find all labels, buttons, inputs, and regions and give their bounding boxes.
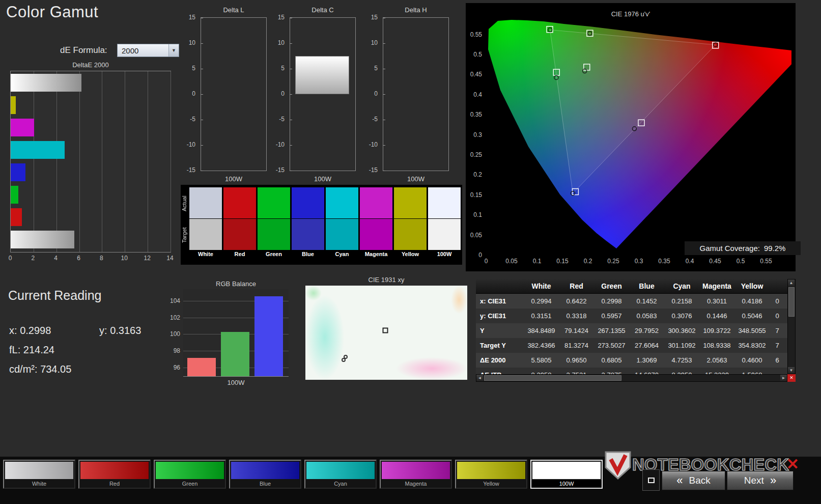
y-tick-label: 0.15 [470, 191, 482, 199]
patch-label: White [4, 480, 74, 488]
scroll-down-icon[interactable]: ▼ [788, 367, 795, 374]
next-button[interactable]: Next » [727, 471, 794, 490]
deltae-chart-title: DeltaE 2000 [10, 61, 171, 69]
target-swatch-green [258, 219, 290, 250]
target-swatch-magenta [360, 219, 392, 250]
y-tick-label: 0.2 [473, 171, 482, 178]
next-label: Next [744, 475, 764, 486]
column-header-white: White [524, 279, 559, 293]
column-header-blue: Blue [629, 279, 664, 293]
patch-button-100w[interactable]: 100W [530, 460, 603, 489]
y-tick-label: 98 [174, 347, 180, 354]
swatch-label: Yellow [394, 251, 427, 257]
patch-button-green[interactable]: Green [154, 460, 226, 489]
swatch-label: Cyan [326, 251, 358, 257]
actual-swatch-red [223, 187, 256, 218]
patch-button-blue[interactable]: Blue [229, 460, 301, 489]
rgb-x-label: 100W [183, 379, 289, 386]
rgb-bar-blue [254, 296, 283, 376]
deltae-bar-blue [11, 163, 25, 181]
y-tick-label: -10 [187, 141, 195, 148]
back-chevrons-icon: « [676, 474, 683, 487]
y-tick-label: -15 [187, 166, 195, 174]
patch-button-red[interactable]: Red [78, 460, 151, 489]
cell: 6 [770, 353, 785, 368]
de-formula-value: 2000 [118, 46, 168, 55]
deltae-bar-cyan [11, 141, 65, 159]
patch-button-white[interactable]: White [3, 460, 75, 489]
cell: 0.3076 [664, 309, 699, 323]
table-vertical-scrollbar[interactable]: ▲ ▼ [787, 279, 796, 374]
cell: 29.7952 [629, 323, 664, 338]
patch-button-magenta[interactable]: Magenta [380, 460, 452, 489]
column-header-green: Green [594, 279, 629, 293]
stop-button[interactable] [642, 469, 660, 491]
deltae-bar-yellow [11, 96, 16, 114]
patch-color [382, 462, 450, 479]
x-tick-label: 0.2 [580, 258, 596, 265]
x-tick-label: 0 [478, 258, 494, 265]
x-tick-label: 0.55 [758, 258, 774, 265]
actual-swatch-100w [428, 187, 461, 218]
actual-swatch-blue [292, 187, 324, 218]
tick-mark [201, 94, 203, 95]
delta-h-x-label: 100W [383, 175, 449, 183]
cell: 384.8489 [524, 323, 559, 338]
cell: 0.4186 [734, 294, 770, 309]
patch-color [532, 462, 601, 479]
tick-mark [383, 43, 385, 44]
patch-label: 100W [531, 480, 602, 488]
reading-cd-value: 734.05 [40, 363, 71, 375]
column-header-magenta: Magenta [699, 279, 734, 293]
square-icon [648, 478, 655, 483]
swatch-column-white: White [189, 187, 222, 257]
y-tick-label: -15 [276, 166, 285, 174]
back-button[interactable]: « Back [662, 471, 725, 490]
deltae-bar-100w [11, 74, 81, 92]
scroll-up-icon[interactable]: ▲ [788, 279, 795, 286]
tick-mark [383, 120, 385, 120]
x-tick-label: 14 [164, 255, 176, 262]
y-tick-label: 10 [278, 39, 285, 46]
gamut-coverage-label: Gamut Coverage: [700, 244, 760, 253]
tick-mark [201, 18, 203, 18]
deltae-bar-green [11, 186, 18, 204]
table-horizontal-scrollbar[interactable]: ◄ ► [476, 374, 787, 382]
cell: 0.9650 [559, 353, 594, 368]
cell: 0.3318 [559, 309, 594, 323]
horizontal-scroll-thumb[interactable] [484, 375, 621, 381]
scroll-right-icon[interactable]: ► [780, 375, 787, 381]
cell: 0.6422 [559, 294, 594, 309]
row-label: y: CIE31 [476, 309, 524, 323]
rgb-plot [183, 289, 289, 377]
rgb-y-axis: 9698100102104 [168, 289, 182, 377]
cie1976-title: CIE 1976 u'v' [466, 10, 796, 18]
rgb-bar-red [187, 358, 216, 376]
swatch-label: 100W [428, 251, 461, 257]
vertical-scroll-thumb[interactable] [788, 287, 795, 317]
delta-h-y-axis: 151050-5-10-15 [365, 17, 381, 171]
delta-c-plot [290, 17, 356, 171]
y-tick-label: 10 [189, 39, 195, 46]
y-tick-label: 0 [374, 90, 378, 97]
cie1931-plot [305, 286, 467, 380]
table-corner-close-icon[interactable]: ✕ [787, 374, 796, 382]
column-header-blank [770, 279, 785, 293]
gridline [56, 71, 57, 252]
tick-mark [383, 69, 385, 69]
cie1931-chart: CIE 1931 xy [304, 275, 468, 381]
patch-button-cyan[interactable]: Cyan [304, 460, 377, 489]
swatch-label: Magenta [360, 251, 392, 257]
y-tick-label: -5 [190, 116, 195, 123]
tick-mark [290, 43, 292, 44]
deltae-x-axis: 02468101214 [10, 255, 171, 262]
cell: 108.9338 [699, 338, 734, 353]
reading-cd-label: cd/m²: [9, 363, 38, 375]
y-tick-label: 0.55 [470, 31, 482, 38]
de-formula-select[interactable]: 2000 ▼ [117, 44, 179, 57]
cie1976-y-axis: 00.050.10.150.20.250.30.350.40.450.50.55 [468, 18, 484, 255]
patch-button-yellow[interactable]: Yellow [455, 460, 527, 489]
target-row-label: Target [181, 219, 188, 250]
scroll-left-icon[interactable]: ◄ [476, 375, 483, 381]
patch-color [457, 462, 525, 479]
